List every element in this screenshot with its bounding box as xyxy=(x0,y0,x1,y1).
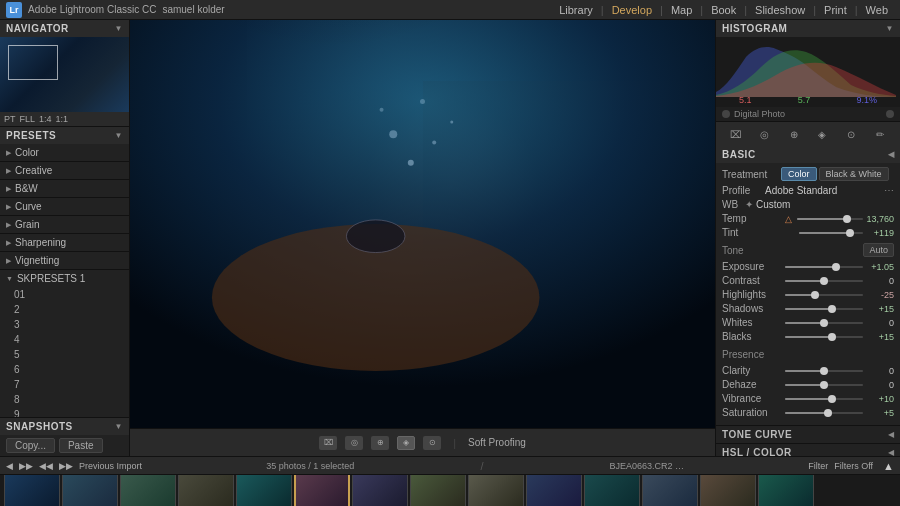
navigator-header[interactable]: Navigator ▼ xyxy=(0,20,129,37)
preset-group-sharpening-header[interactable]: ▶ Sharpening xyxy=(0,234,129,251)
preset-item[interactable]: 4 xyxy=(0,332,129,347)
film-thumb-11[interactable] xyxy=(584,475,640,506)
heal-tool-icon[interactable]: ◎ xyxy=(345,436,363,450)
snapshots-header[interactable]: Snapshots ▼ xyxy=(0,418,129,435)
main-image-area[interactable] xyxy=(130,20,715,428)
exposure-thumb[interactable] xyxy=(832,263,840,271)
filters-off-label[interactable]: Filters Off xyxy=(834,461,873,471)
adjustment-brush-icon[interactable]: ✏ xyxy=(871,126,889,142)
graduated-filter-icon[interactable]: ◈ xyxy=(813,126,831,142)
highlights-slider[interactable] xyxy=(785,294,863,296)
paste-snapshot-button[interactable]: Paste xyxy=(59,438,103,453)
bw-treatment-button[interactable]: Black & White xyxy=(819,167,889,181)
whites-thumb[interactable] xyxy=(820,319,828,327)
zoom-1-1[interactable]: 1:1 xyxy=(56,114,69,124)
gradient-tool-icon[interactable]: ◈ xyxy=(397,436,415,450)
film-thumb-7[interactable] xyxy=(352,475,408,506)
preset-item[interactable]: 6 xyxy=(0,362,129,377)
copy-snapshot-button[interactable]: Copy... xyxy=(6,438,55,453)
preset-item[interactable]: 2 xyxy=(0,302,129,317)
nav-develop[interactable]: Develop xyxy=(606,2,658,18)
preset-item[interactable]: 5 xyxy=(0,347,129,362)
preset-item[interactable]: 7 xyxy=(0,377,129,392)
preset-item[interactable]: 8 xyxy=(0,392,129,407)
nav-library[interactable]: Library xyxy=(553,2,599,18)
saturation-slider[interactable] xyxy=(785,412,863,414)
auto-button[interactable]: Auto xyxy=(863,243,894,257)
zoom-pt[interactable]: PT xyxy=(4,114,16,124)
film-thumb-5[interactable] xyxy=(236,475,292,506)
preset-item[interactable]: 9 xyxy=(0,407,129,417)
presets-header[interactable]: Presets ▼ xyxy=(0,127,129,144)
vibrance-slider[interactable] xyxy=(785,398,863,400)
radial-tool-icon[interactable]: ⊙ xyxy=(423,436,441,450)
highlights-thumb[interactable] xyxy=(811,291,819,299)
crop-icon[interactable]: ⌧ xyxy=(727,126,745,142)
preset-group-bw-header[interactable]: ▶ B&W xyxy=(0,180,129,197)
nav-web[interactable]: Web xyxy=(860,2,894,18)
dehaze-slider[interactable] xyxy=(785,384,863,386)
film-thumb-14[interactable] xyxy=(758,475,814,506)
film-thumb-1[interactable] xyxy=(4,475,60,506)
film-thumb-13[interactable] xyxy=(700,475,756,506)
preset-group-color-header[interactable]: ▶ Color xyxy=(0,144,129,161)
blacks-thumb[interactable] xyxy=(828,333,836,341)
clarity-slider[interactable] xyxy=(785,370,863,372)
basic-header[interactable]: Basic ◀ xyxy=(716,146,900,163)
blacks-slider[interactable] xyxy=(785,336,863,338)
hsl-color-header[interactable]: HSL / Color ◀ xyxy=(716,444,900,456)
exposure-slider[interactable] xyxy=(785,266,863,268)
contrast-slider[interactable] xyxy=(785,280,863,282)
tint-thumb[interactable] xyxy=(846,229,854,237)
saturation-thumb[interactable] xyxy=(824,409,832,417)
spot-heal-icon[interactable]: ◎ xyxy=(756,126,774,142)
red-eye-icon[interactable]: ⊕ xyxy=(785,126,803,142)
film-thumb-10[interactable] xyxy=(526,475,582,506)
redeye-tool-icon[interactable]: ⊕ xyxy=(371,436,389,450)
film-thumb-6-selected[interactable] xyxy=(294,475,350,506)
zoom-1-4[interactable]: 1:4 xyxy=(39,114,52,124)
histogram-header[interactable]: Histogram ▼ xyxy=(716,20,900,37)
vibrance-thumb[interactable] xyxy=(828,395,836,403)
contrast-thumb[interactable] xyxy=(820,277,828,285)
previous-import-label[interactable]: Previous Import xyxy=(79,461,142,471)
film-thumb-2[interactable] xyxy=(62,475,118,506)
film-thumb-3[interactable] xyxy=(120,475,176,506)
radial-filter-icon[interactable]: ⊙ xyxy=(842,126,860,142)
nav-print[interactable]: Print xyxy=(818,2,853,18)
preset-group-curve-header[interactable]: ▶ Curve xyxy=(0,198,129,215)
color-treatment-button[interactable]: Color xyxy=(781,167,817,181)
clarity-thumb[interactable] xyxy=(820,367,828,375)
film-thumb-9[interactable] xyxy=(468,475,524,506)
dehaze-thumb[interactable] xyxy=(820,381,828,389)
clip-warn-highlights[interactable] xyxy=(886,110,894,118)
film-thumb-8[interactable] xyxy=(410,475,466,506)
whites-slider[interactable] xyxy=(785,322,863,324)
nav-map[interactable]: Map xyxy=(665,2,698,18)
shadows-slider[interactable] xyxy=(785,308,863,310)
filmstrip-nav-next[interactable]: ▶▶ xyxy=(59,461,73,471)
shadows-thumb[interactable] xyxy=(828,305,836,313)
filmstrip-back-icon[interactable]: ◀ xyxy=(6,461,13,471)
preset-group-creative-header[interactable]: ▶ Creative xyxy=(0,162,129,179)
tint-slider[interactable] xyxy=(799,232,863,234)
profile-menu-icon[interactable]: ⋯ xyxy=(884,185,894,196)
clip-warn-shadows[interactable] xyxy=(722,110,730,118)
preset-group-skpresets-header[interactable]: ▼ SKPRESETS 1 xyxy=(0,270,129,287)
preset-group-grain-header[interactable]: ▶ Grain xyxy=(0,216,129,233)
film-thumb-4[interactable] xyxy=(178,475,234,506)
preset-item[interactable]: 3 xyxy=(0,317,129,332)
filmstrip-forward-icon[interactable]: ▶▶ xyxy=(19,461,33,471)
crop-tool-icon[interactable]: ⌧ xyxy=(319,436,337,450)
filmstrip-nav-prev[interactable]: ◀◀ xyxy=(39,461,53,471)
temp-thumb[interactable] xyxy=(843,215,851,223)
tone-curve-header[interactable]: Tone Curve ◀ xyxy=(716,426,900,443)
temp-slider[interactable] xyxy=(797,218,863,220)
nav-slideshow[interactable]: Slideshow xyxy=(749,2,811,18)
preset-group-vignetting-header[interactable]: ▶ Vignetting xyxy=(0,252,129,269)
wb-picker-icon[interactable]: ✦ xyxy=(745,199,753,210)
preset-item[interactable]: 01 xyxy=(0,287,129,302)
zoom-fill[interactable]: FLL xyxy=(20,114,36,124)
filmstrip-expand-icon[interactable]: ▲ xyxy=(883,460,894,472)
nav-book[interactable]: Book xyxy=(705,2,742,18)
